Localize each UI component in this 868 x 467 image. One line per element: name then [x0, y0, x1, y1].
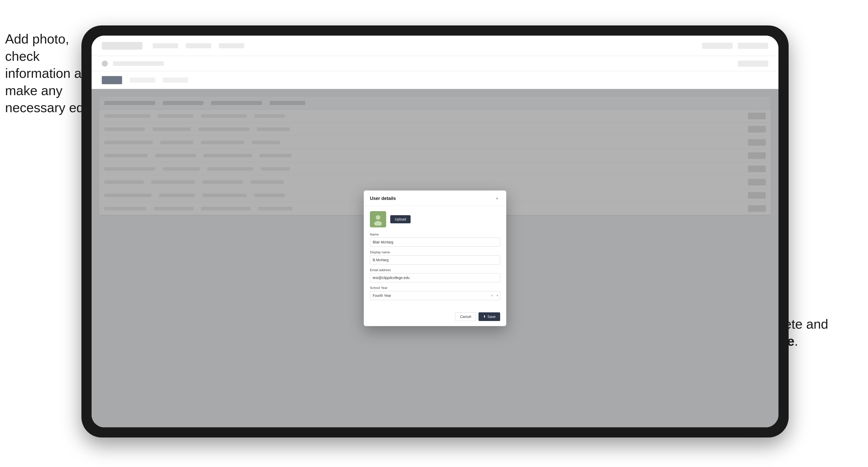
school-year-select-wrapper: Fourth Year First Year Second Year Third…	[370, 291, 500, 300]
email-input[interactable]	[370, 273, 500, 282]
save-button[interactable]: ⬆ Save	[478, 312, 500, 321]
tablet-screen: User details ×	[92, 36, 778, 427]
display-name-field-group: Display name	[370, 250, 500, 264]
app-header	[92, 36, 778, 56]
chevron-down-icon: ▾	[497, 294, 498, 297]
nav-item-3	[219, 43, 244, 48]
app-logo	[102, 42, 143, 50]
user-details-modal: User details ×	[364, 190, 506, 326]
modal-body: Upload Name Display name	[364, 206, 506, 309]
upload-button[interactable]: Upload	[390, 215, 411, 223]
tab-inactive-2	[163, 77, 188, 83]
header-btn-1	[702, 43, 733, 49]
close-button[interactable]: ×	[494, 196, 500, 202]
modal-title: User details	[370, 196, 396, 201]
select-clear-icon[interactable]: ×	[491, 293, 493, 298]
modal-footer: Cancel ⬆ Save	[364, 309, 506, 326]
cancel-button[interactable]: Cancel	[455, 312, 476, 321]
header-btn-2	[738, 43, 768, 49]
svg-point-5	[376, 215, 380, 220]
nav-item-2	[186, 43, 211, 48]
name-label: Name	[370, 232, 500, 236]
tab-inactive-1	[130, 77, 155, 83]
school-year-label: School Year	[370, 286, 500, 290]
display-name-input[interactable]	[370, 255, 500, 264]
name-input[interactable]	[370, 238, 500, 247]
sub-header-icon	[102, 61, 108, 67]
modal-overlay: User details ×	[92, 89, 778, 427]
sub-header-text	[113, 61, 164, 66]
app-nav	[153, 43, 244, 48]
app-header-right	[702, 43, 768, 49]
school-year-select[interactable]: Fourth Year First Year Second Year Third…	[370, 291, 500, 300]
tablet-frame: User details ×	[82, 25, 788, 437]
display-name-label: Display name	[370, 250, 500, 254]
nav-item-1	[153, 43, 178, 48]
content-area: User details ×	[92, 89, 778, 427]
email-field-group: Email address	[370, 268, 500, 282]
save-icon: ⬆	[483, 315, 486, 318]
name-field-group: Name	[370, 232, 500, 247]
tabs-bar	[92, 71, 778, 89]
avatar-image	[370, 211, 386, 227]
avatar-section: Upload	[370, 211, 500, 227]
email-label: Email address	[370, 268, 500, 272]
modal-header: User details ×	[364, 190, 506, 206]
sub-header	[92, 56, 778, 71]
tab-active	[102, 76, 122, 84]
sub-header-right-btn	[738, 61, 768, 67]
main-content: User details ×	[92, 89, 778, 427]
school-year-field-group: School Year Fourth Year First Year Secon…	[370, 286, 500, 300]
